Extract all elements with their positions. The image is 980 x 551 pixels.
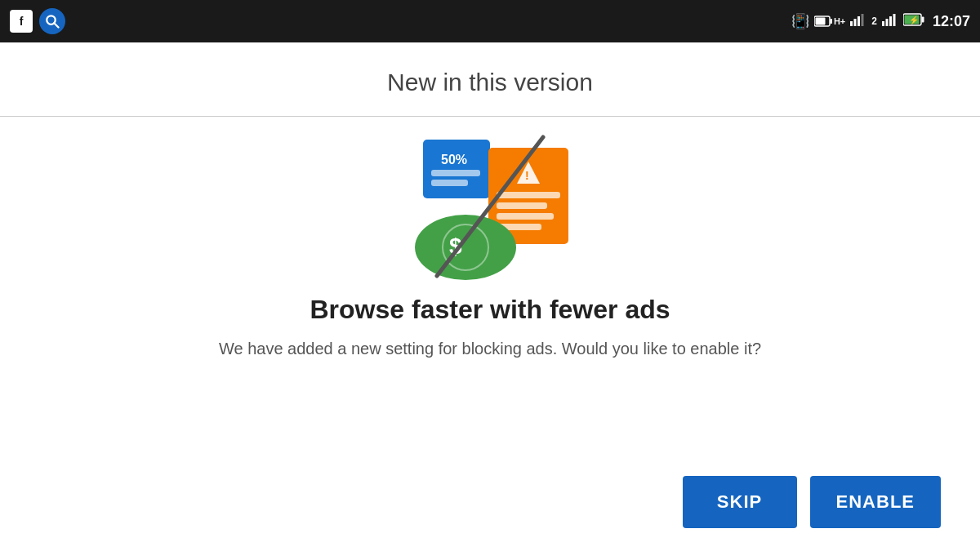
status-bar-left: f — [10, 8, 65, 34]
svg-rect-26 — [497, 213, 554, 220]
status-time: 12:07 — [933, 13, 970, 30]
signal2-bars-icon — [882, 13, 898, 29]
battery-icon: H+ — [814, 16, 845, 27]
divider — [0, 116, 980, 117]
vibrate-icon: 📳 — [791, 12, 809, 30]
svg-text:50%: 50% — [441, 153, 467, 167]
facebook-icon: f — [10, 10, 33, 33]
svg-rect-14 — [921, 17, 924, 23]
page-title: New in this version — [387, 69, 593, 96]
svg-rect-20 — [431, 180, 468, 186]
svg-rect-3 — [830, 19, 832, 24]
main-content: New in this version 50% ! $ — [0, 42, 980, 551]
svg-rect-12 — [893, 14, 895, 26]
svg-rect-11 — [889, 16, 892, 26]
feature-title: Browse faster with fewer ads — [310, 295, 670, 325]
svg-rect-4 — [815, 18, 825, 25]
status-bar-right: 📳 H+ 2 — [791, 12, 970, 30]
svg-rect-25 — [497, 202, 547, 209]
feature-desc: We have added a new setting for blocking… — [219, 336, 761, 361]
svg-rect-9 — [882, 21, 884, 26]
svg-rect-8 — [862, 14, 864, 26]
battery-charging-icon: ⚡ — [903, 13, 924, 29]
search-icon[interactable] — [39, 8, 65, 34]
status-bar: f 📳 H+ — [0, 0, 980, 42]
enable-button[interactable]: ENABLE — [810, 476, 941, 528]
svg-rect-6 — [854, 19, 857, 26]
svg-rect-19 — [431, 170, 480, 176]
svg-line-1 — [54, 23, 58, 27]
button-row: SKIP ENABLE — [683, 476, 941, 528]
svg-text:!: ! — [525, 169, 529, 182]
skip-button[interactable]: SKIP — [683, 476, 797, 528]
svg-rect-7 — [858, 16, 860, 26]
signal1-icon — [850, 13, 866, 29]
ads-illustration: 50% ! $ — [400, 133, 580, 280]
svg-rect-17 — [423, 140, 490, 198]
svg-rect-5 — [850, 21, 853, 26]
svg-text:⚡: ⚡ — [909, 15, 920, 25]
svg-rect-24 — [497, 192, 560, 198]
signal2-icon: 2 — [871, 16, 877, 27]
svg-rect-10 — [885, 19, 888, 26]
